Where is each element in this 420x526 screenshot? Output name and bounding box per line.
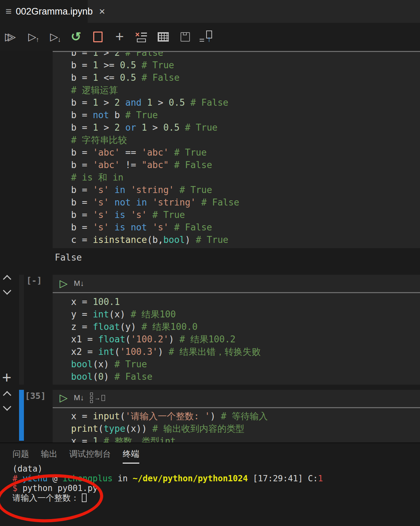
tab-output[interactable]: 输出 — [41, 448, 58, 464]
convert-to-markdown-icon[interactable]: M↓ — [74, 393, 84, 402]
export-icon: ↑ — [200, 30, 214, 43]
run-all-button[interactable]: ▷ ▷ — [3, 28, 18, 45]
chevron-down-icon[interactable] — [3, 402, 11, 411]
save-button[interactable] — [177, 28, 193, 45]
cell-1-output: False — [55, 252, 82, 263]
panel-tab-bar: 问题 输出 调试控制台 终端 — [12, 448, 139, 464]
convert-to-markdown-icon[interactable]: M↓ — [74, 279, 84, 288]
table-grid-icon — [158, 32, 169, 42]
notebook-file-icon: ≡ — [6, 6, 12, 17]
active-cell-indicator — [19, 390, 24, 441]
tab-debug-console[interactable]: 调试控制台 — [69, 448, 111, 464]
chevron-down-icon[interactable] — [3, 286, 11, 295]
clear-outputs-icon: × — [135, 31, 148, 43]
cell-3-execution-count: [35] — [25, 391, 46, 401]
restart-icon: ↺ — [71, 29, 81, 44]
code-cell-3[interactable]: ▷ M↓ → x = input('请输入一个整数: ') # 等待输入prin… — [53, 390, 420, 442]
close-icon[interactable]: × — [99, 6, 105, 17]
cell-2-execution-count: [-] — [26, 275, 42, 286]
cell-2-focus-strip — [19, 275, 24, 385]
tab-title: 002Gramma.ipynb — [16, 6, 93, 17]
save-icon — [181, 32, 190, 42]
play-icon: ▷ — [28, 32, 36, 42]
cell-toolbar-divider — [53, 407, 420, 408]
tab-problems[interactable]: 问题 — [12, 448, 29, 464]
run-cells-above-button[interactable]: ▷ ↑ — [25, 28, 40, 45]
play-icon: ▷ — [50, 32, 58, 42]
notebook-toolbar: ▷ ▷ ▷ ↑ ▷ ↓ ↺ + × — [0, 23, 420, 51]
down-arrow-icon: ↓ — [58, 36, 61, 44]
code-cell-1[interactable]: b = 1 > 2 # Falseb = 1 >= 0.5 # Trueb = … — [53, 52, 420, 248]
vscode-window: ≡ 002Gramma.ipynb × ▷ ▷ ▷ ↑ ▷ ↓ ↺ + × — [0, 0, 420, 526]
stop-icon — [93, 32, 103, 42]
cell-2-code[interactable]: x = 100.1y = int(x) # 结果100z = float(y) … — [71, 296, 261, 383]
split-cell-icon[interactable]: → — [90, 393, 105, 403]
add-cell-button[interactable]: + — [112, 28, 127, 45]
run-cell-and-below-button[interactable]: ▷ ↓ — [46, 28, 62, 45]
cell-toolbar-divider — [53, 292, 420, 293]
clear-all-outputs-button[interactable]: × — [134, 28, 149, 45]
tab-002gramma-ipynb[interactable]: ≡ 002Gramma.ipynb × — [0, 0, 88, 23]
tab-terminal[interactable]: 终端 — [123, 448, 139, 464]
terminal-output[interactable]: (data)# yichu @ ichengplus in ~/dev/pyth… — [12, 464, 323, 503]
chevron-up-icon[interactable] — [3, 275, 11, 283]
run-all-icon: ▷ — [8, 32, 16, 42]
cell-1-code[interactable]: b = 1 > 2 # Falseb = 1 >= 0.5 # Trueb = … — [53, 52, 420, 246]
data-viewer-button[interactable] — [156, 28, 171, 45]
editor-tab-bar: ≡ 002Gramma.ipynb × — [0, 0, 420, 23]
chevron-up-icon[interactable] — [3, 391, 11, 399]
interrupt-kernel-button[interactable] — [90, 28, 105, 45]
run-cell-icon[interactable]: ▷ — [60, 393, 68, 403]
restart-kernel-button[interactable]: ↺ — [68, 28, 84, 45]
up-arrow-icon: ↑ — [36, 36, 40, 44]
cell-3-code[interactable]: x = input('请输入一个整数: ') # 等待输入print(type(… — [71, 410, 268, 442]
run-cell-icon[interactable]: ▷ — [60, 278, 68, 289]
code-cell-2[interactable]: ▷ M↓ x = 100.1y = int(x) # 结果100z = floa… — [53, 275, 420, 385]
plus-icon: + — [115, 28, 124, 45]
export-button[interactable]: ↑ — [199, 28, 215, 45]
insert-cell-button[interactable]: + — [2, 369, 11, 385]
bottom-panel: 问题 输出 调试控制台 终端 (data)# yichu @ ichengplu… — [0, 442, 420, 526]
